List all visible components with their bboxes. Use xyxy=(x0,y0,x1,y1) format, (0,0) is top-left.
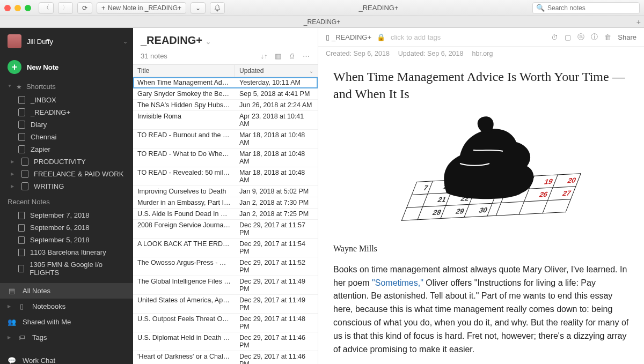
search-icon: 🔍 xyxy=(536,4,545,12)
work-chat[interactable]: 💬 Work Chat xyxy=(0,353,133,364)
note-updated-cell: Mar 18, 2018 at 10:48 AM xyxy=(235,130,318,148)
tags-label: Tags xyxy=(32,333,47,341)
note-row[interactable]: U.S. Outpost Feels Threat Of Bu…Dec 29, … xyxy=(133,314,318,332)
present-button[interactable]: ▢ xyxy=(565,33,571,41)
note-updated-cell: Jun 26, 2018 at 2:24 AM xyxy=(235,100,318,110)
notebook-icon xyxy=(18,108,25,116)
recent-note-item[interactable]: September 6, 2018 xyxy=(0,221,133,234)
people-icon: 👥 xyxy=(8,318,16,326)
share-button[interactable]: Share xyxy=(618,33,636,41)
note-row[interactable]: United States of America, Appell…Dec 29,… xyxy=(133,295,318,314)
note-title-cell: The NSA's Hidden Spy Hubs In E… xyxy=(133,100,235,110)
sync-button[interactable]: ⟳ xyxy=(77,2,92,14)
recent-note-item[interactable]: 1103 Barcelona Itinerary xyxy=(0,246,133,258)
note-updated-cell: Mar 18, 2018 at 10:48 AM xyxy=(235,148,318,167)
note-rows: When Time Management Advice…Yesterday, 1… xyxy=(133,77,318,364)
disclosure-triangle-icon: ▶ xyxy=(8,304,11,309)
info-button[interactable]: ⓘ xyxy=(591,32,598,42)
tags[interactable]: ▶ 🏷 Tags xyxy=(0,330,133,345)
note-title-cell: Murder in an Embassy, Part II - P… xyxy=(133,197,235,208)
note-row[interactable]: Invisible RomaApr 23, 2018 at 10:41 AM xyxy=(133,111,318,130)
note-body[interactable]: When Time Management Advice Is Worth You… xyxy=(318,63,644,364)
sidebar-shortcut[interactable]: Diary xyxy=(0,118,133,131)
filter-button[interactable]: ⎙ xyxy=(288,52,296,60)
forward-button[interactable]: 〉 xyxy=(58,2,73,14)
shortcut-label: PRODUCTIVITY xyxy=(34,158,86,166)
note-row[interactable]: 'Heart of Darkness' or a Challen…Dec 29,… xyxy=(133,351,318,364)
account-row[interactable]: Jill Duffy ⌄ xyxy=(0,28,133,55)
sidebar-shortcut[interactable]: Zapier xyxy=(0,143,133,155)
note-row[interactable]: 2008 Foreign Service Journal - E…Dec 29,… xyxy=(133,220,318,239)
trash-button[interactable]: 🗑 xyxy=(604,33,611,41)
notelist-subheader: 31 notes ↓↑ ▥ ⎙ ⋯ xyxy=(133,50,318,64)
note-title-cell: Gary Snyder Smokey the Bear S… xyxy=(133,88,235,99)
article-text: Books on time management almost always q… xyxy=(333,263,629,364)
note-row[interactable]: TO READ - Revealed: 50 million…Mar 18, 2… xyxy=(133,167,318,186)
recent-note-item[interactable]: September 5, 2018 xyxy=(0,234,133,246)
new-tab-button[interactable]: + xyxy=(636,18,641,26)
recent-note-item[interactable]: 1305 FMN & Google i/o FLIGHTS xyxy=(0,258,133,279)
note-row[interactable]: U.S. Aide Is Found Dead In Emb…Jan 2, 20… xyxy=(133,209,318,220)
recent-note-item[interactable]: September 7, 2018 xyxy=(0,209,133,221)
zoom-window-button[interactable] xyxy=(25,5,31,11)
note-row[interactable]: The Owosso Argus-Press - Goog…Dec 29, 20… xyxy=(133,257,318,276)
new-note-chevron[interactable]: ⌄ xyxy=(191,2,206,14)
shortcut-label: Zapier xyxy=(31,145,50,153)
note-row[interactable]: The Global Intelligence Files - Re…Dec 2… xyxy=(133,276,318,295)
notebooks-label: Notebooks xyxy=(32,302,65,310)
new-note-button[interactable]: + New Note xyxy=(0,55,133,79)
recent-label: Recent Notes xyxy=(8,198,50,206)
note-row[interactable]: Improving Ourselves to DeathJan 9, 2018 … xyxy=(133,186,318,197)
note-row[interactable]: TO READ - Burnout and the BrainMar 18, 2… xyxy=(133,130,318,148)
source-url[interactable]: hbr.org xyxy=(472,50,493,57)
disclosure-triangle-icon: ▶ xyxy=(11,184,14,189)
sidebar-shortcut[interactable]: ▶PRODUCTIVITY xyxy=(0,155,133,168)
back-button[interactable]: 〈 xyxy=(39,2,54,14)
note-row[interactable]: When Time Management Advice…Yesterday, 1… xyxy=(133,77,318,88)
note-row[interactable]: Gary Snyder Smokey the Bear S…Sep 5, 201… xyxy=(133,88,318,100)
note-row[interactable]: The NSA's Hidden Spy Hubs In E…Jun 26, 2… xyxy=(133,100,318,111)
tab-active[interactable]: _READING+ xyxy=(304,18,340,26)
reminder-button[interactable]: ⏱ xyxy=(551,33,558,41)
all-notes[interactable]: ▤ All Notes xyxy=(0,283,133,299)
search-input[interactable] xyxy=(547,4,636,12)
shortcuts-section[interactable]: ▼ ★ Shortcuts xyxy=(0,79,133,94)
col-title[interactable]: Title xyxy=(133,65,235,77)
search-field-wrap[interactable]: 🔍 xyxy=(532,2,640,14)
note-title-cell: Improving Ourselves to Death xyxy=(133,186,235,197)
sidebar-shortcut[interactable]: Chennai xyxy=(0,131,133,143)
sidebar-shortcut[interactable]: _INBOX xyxy=(0,94,133,106)
note-title-cell: TO READ - Burnout and the Brain xyxy=(133,130,235,148)
plus-icon: + xyxy=(101,4,105,12)
notifications-button[interactable] xyxy=(210,2,225,14)
annotate-button[interactable]: ⓐ xyxy=(577,32,584,42)
note-row[interactable]: Murder in an Embassy, Part II - P…Jan 2,… xyxy=(133,197,318,209)
view-toggle-button[interactable]: ▥ xyxy=(274,52,282,60)
note-row[interactable]: TO READ - What to Do When W…Mar 18, 2018… xyxy=(133,148,318,167)
minimize-window-button[interactable] xyxy=(14,5,21,11)
note-updated-cell: Dec 29, 2017 at 11:49 PM xyxy=(235,295,318,313)
note-icon xyxy=(18,236,25,244)
notebooks[interactable]: ▶ ▯ Notebooks xyxy=(0,299,133,314)
link-sometimes[interactable]: "Sometimes," xyxy=(372,278,423,287)
sort-button[interactable]: ↓↑ xyxy=(260,52,268,60)
note-updated-cell: Sep 5, 2018 at 4:41 PM xyxy=(235,88,318,99)
recent-label: September 6, 2018 xyxy=(30,224,90,232)
note-row[interactable]: U.S. Diplomat Held in Death Of E…Dec 29,… xyxy=(133,332,318,351)
note-updated-cell: Dec 29, 2017 at 11:57 PM xyxy=(235,220,318,238)
notelist-title[interactable]: _READING+ ⌄ xyxy=(141,34,211,47)
note-row[interactable]: A LOOK BACK AT THE ERDOS…Dec 29, 2017 at… xyxy=(133,239,318,257)
close-window-button[interactable] xyxy=(4,5,11,11)
star-icon: ★ xyxy=(16,83,22,91)
add-tags[interactable]: click to add tags xyxy=(391,33,441,41)
sidebar-shortcut[interactable]: ▶FREELANCE & PAID WORK xyxy=(0,168,133,180)
sidebar-shortcut[interactable]: _READING+ xyxy=(0,106,133,118)
more-button[interactable]: ⋯ xyxy=(302,52,310,60)
col-updated[interactable]: Updated⌄ xyxy=(235,65,318,77)
shortcut-label: _READING+ xyxy=(31,108,70,116)
sidebar-shortcut[interactable]: ▶WRITING xyxy=(0,180,133,192)
notebook-chip[interactable]: ▯ _READING+ xyxy=(326,33,371,41)
shared-with-me[interactable]: 👥 Shared with Me xyxy=(0,314,133,330)
new-note-dropdown[interactable]: + New Note in _READING+ xyxy=(97,2,186,14)
note-updated-cell: Jan 2, 2018 at 7:30 PM xyxy=(235,197,318,208)
